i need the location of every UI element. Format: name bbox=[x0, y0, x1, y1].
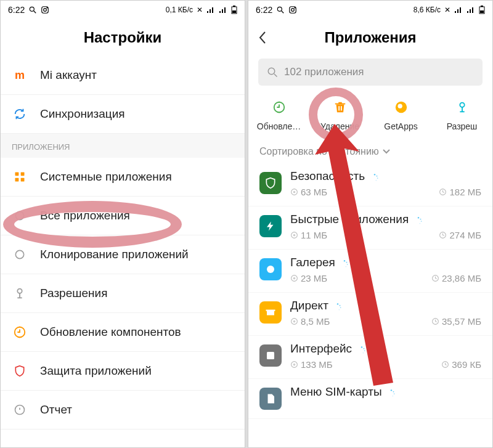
svg-point-44 bbox=[421, 221, 422, 222]
quick-action[interactable]: GetApps bbox=[377, 97, 426, 131]
app-row[interactable]: Меню SIM-карты bbox=[248, 379, 492, 419]
app-row[interactable]: Безопасность 63 МБ 182 МБ bbox=[248, 163, 492, 206]
svg-point-54 bbox=[346, 266, 346, 267]
settings-row[interactable]: Отчет bbox=[1, 391, 245, 430]
svg-rect-11 bbox=[21, 178, 25, 182]
app-data: 274 МБ bbox=[439, 230, 481, 240]
svg-point-39 bbox=[291, 189, 298, 195]
row-label: Защита приложений bbox=[40, 364, 152, 378]
row-label: Обновление компонентов bbox=[40, 325, 181, 340]
row-label: Системные приложения bbox=[40, 169, 172, 184]
svg-point-43 bbox=[420, 218, 421, 219]
svg-rect-67 bbox=[267, 352, 274, 359]
settings-row[interactable]: Обновление компонентов bbox=[1, 313, 245, 352]
settings-row[interactable]: Все приложения bbox=[1, 197, 245, 235]
svg-point-20 bbox=[291, 9, 295, 12]
circle-icon bbox=[12, 246, 28, 263]
app-row[interactable]: Интерфейс 133 МБ 369 КБ bbox=[248, 336, 492, 379]
svg-point-72 bbox=[291, 362, 298, 368]
svg-point-73 bbox=[293, 364, 295, 365]
app-icon bbox=[259, 215, 282, 237]
app-row[interactable]: Быстрые приложения 11 МБ 274 МБ bbox=[248, 206, 492, 250]
report-icon bbox=[12, 402, 28, 418]
app-row[interactable]: Галерея 23 МБ 23,86 МБ bbox=[248, 250, 492, 293]
sort-label: Сортировка по состоянию bbox=[259, 146, 379, 157]
svg-point-64 bbox=[291, 319, 298, 325]
search-input[interactable]: 102 приложения bbox=[258, 59, 483, 86]
svg-point-62 bbox=[340, 307, 341, 308]
svg-point-40 bbox=[293, 191, 295, 192]
row-label: Синхронизация bbox=[40, 107, 125, 121]
svg-rect-24 bbox=[480, 10, 484, 13]
svg-point-35 bbox=[373, 174, 375, 175]
battery-icon bbox=[231, 6, 237, 14]
svg-point-55 bbox=[291, 275, 298, 282]
svg-point-38 bbox=[375, 180, 376, 181]
app-icon bbox=[259, 258, 282, 280]
svg-rect-31 bbox=[340, 106, 341, 110]
sort-dropdown[interactable]: Сортировка по состоянию bbox=[248, 135, 492, 163]
app-row[interactable]: Директ 8,5 МБ 35,57 МБ bbox=[248, 293, 492, 336]
quick-label: Разреш bbox=[447, 121, 478, 131]
status-bar: 6:22 0,1 КБ/с ✕ bbox=[1, 1, 245, 19]
status-net: 8,6 КБ/с bbox=[414, 6, 441, 14]
settings-row[interactable]: Разрешения bbox=[1, 274, 245, 313]
svg-point-45 bbox=[419, 223, 420, 224]
svg-point-47 bbox=[293, 234, 295, 235]
svg-point-21 bbox=[295, 7, 295, 8]
quick-label: GetApps bbox=[384, 121, 417, 131]
status-bar: 6:22 8,6 КБ/с ✕ bbox=[248, 1, 492, 19]
svg-rect-59 bbox=[266, 310, 275, 311]
circle-icon bbox=[12, 208, 28, 224]
chevron-down-icon bbox=[383, 149, 390, 154]
app-icon bbox=[259, 172, 282, 194]
instagram-icon bbox=[288, 6, 297, 14]
svg-point-4 bbox=[47, 7, 47, 8]
quick-action[interactable]: Обновле… bbox=[255, 97, 304, 131]
back-button[interactable] bbox=[258, 31, 267, 44]
app-size: 8,5 МБ bbox=[290, 316, 330, 327]
app-data: 369 КБ bbox=[441, 359, 481, 370]
app-icon bbox=[259, 344, 282, 367]
quick-action[interactable]: Разреш bbox=[438, 97, 487, 131]
svg-point-63 bbox=[339, 309, 340, 310]
svg-point-78 bbox=[393, 396, 393, 396]
svg-point-75 bbox=[391, 389, 392, 391]
settings-row[interactable]: Синхронизация bbox=[1, 95, 245, 134]
svg-rect-6 bbox=[233, 6, 235, 7]
settings-row[interactable]: Клонирование приложений bbox=[1, 235, 245, 274]
quick-label: Удаление bbox=[320, 121, 359, 131]
sync-icon bbox=[12, 106, 28, 122]
svg-point-68 bbox=[361, 346, 362, 348]
svg-rect-10 bbox=[15, 178, 19, 182]
svg-rect-9 bbox=[21, 173, 25, 176]
settings-row[interactable]: Защита приложений bbox=[1, 352, 245, 391]
app-name: Меню SIM-карты bbox=[290, 385, 382, 399]
svg-point-13 bbox=[15, 250, 23, 258]
svg-point-51 bbox=[344, 260, 345, 261]
row-label: Отчет bbox=[40, 402, 72, 417]
app-data: 182 МБ bbox=[439, 187, 481, 197]
perm-icon bbox=[12, 285, 28, 301]
app-size: 133 МБ bbox=[290, 359, 333, 370]
row-label: Разрешения bbox=[40, 286, 107, 301]
gps-off-icon: ✕ bbox=[197, 6, 203, 14]
status-time: 6:22 bbox=[256, 5, 272, 15]
svg-rect-23 bbox=[481, 6, 483, 7]
row-label: Все приложения bbox=[40, 208, 130, 223]
svg-point-36 bbox=[376, 175, 377, 176]
app-icon bbox=[259, 301, 282, 324]
quick-action[interactable]: Удаление bbox=[316, 97, 365, 131]
app-name: Безопасность bbox=[290, 169, 365, 183]
svg-point-56 bbox=[293, 277, 295, 279]
svg-point-25 bbox=[268, 68, 275, 75]
svg-point-70 bbox=[364, 350, 365, 351]
app-name: Быстрые приложения bbox=[290, 213, 409, 226]
svg-point-60 bbox=[337, 303, 338, 304]
row-label: Клонирование приложений bbox=[40, 247, 189, 262]
settings-row[interactable]: m Mi аккаунт bbox=[1, 56, 245, 95]
signal-icon bbox=[454, 6, 463, 14]
svg-point-77 bbox=[394, 393, 395, 394]
settings-row[interactable]: Системные приложения bbox=[1, 158, 245, 197]
update-icon bbox=[12, 324, 28, 340]
